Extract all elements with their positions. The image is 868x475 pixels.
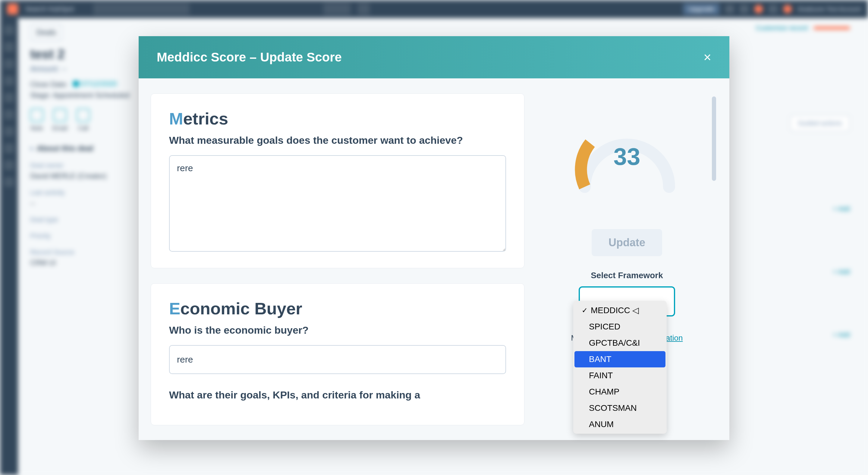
modal-scrollbar[interactable] (712, 96, 716, 181)
metrics-question: What measurable goals does the customer … (169, 134, 506, 146)
title-rest: conomic Buyer (180, 299, 302, 318)
dropdown-item-scotsman[interactable]: SCOTSMAN (575, 400, 665, 416)
close-icon[interactable]: × (704, 51, 711, 64)
framework-dropdown: MEDDICC ◁ SPICED GPCTBA/C&I BANT FAINT C… (573, 301, 667, 434)
dropdown-item-bant[interactable]: BANT (575, 351, 665, 368)
modal-title: Meddicc Score – Update Score (157, 50, 342, 64)
dropdown-item-champ[interactable]: CHAMP (575, 384, 665, 400)
framework-label: Select Framework (591, 271, 663, 280)
economic-buyer-input[interactable] (169, 345, 506, 374)
gauge-value: 33 (614, 143, 641, 170)
economic-q2: What are their goals, KPIs, and criteria… (169, 389, 506, 401)
meddicc-score-modal: Meddicc Score – Update Score × Metrics W… (138, 36, 730, 440)
metrics-card: Metrics What measurable goals does the c… (151, 93, 524, 268)
metrics-textarea[interactable] (169, 155, 506, 252)
title-first-letter: E (169, 299, 180, 318)
dropdown-item-faint[interactable]: FAINT (575, 368, 665, 384)
title-first-letter: M (169, 109, 183, 128)
dropdown-item-spiced[interactable]: SPICED (575, 319, 665, 335)
score-gauge: 33 (569, 102, 684, 199)
metrics-title: Metrics (169, 109, 506, 128)
title-rest: etrics (183, 109, 228, 128)
modal-overlay: Meddicc Score – Update Score × Metrics W… (0, 0, 868, 475)
economic-q1: Who is the economic buyer? (169, 324, 506, 336)
dropdown-item-gpctba[interactable]: GPCTBA/C&I (575, 335, 665, 351)
economic-buyer-card: Economic Buyer Who is the economic buyer… (151, 283, 524, 425)
dropdown-item-anum[interactable]: ANUM (575, 416, 665, 433)
economic-title: Economic Buyer (169, 299, 506, 318)
update-button[interactable]: Update (592, 229, 662, 256)
dropdown-item-meddicc[interactable]: MEDDICC ◁ (575, 302, 665, 319)
modal-header: Meddicc Score – Update Score × (138, 36, 730, 78)
